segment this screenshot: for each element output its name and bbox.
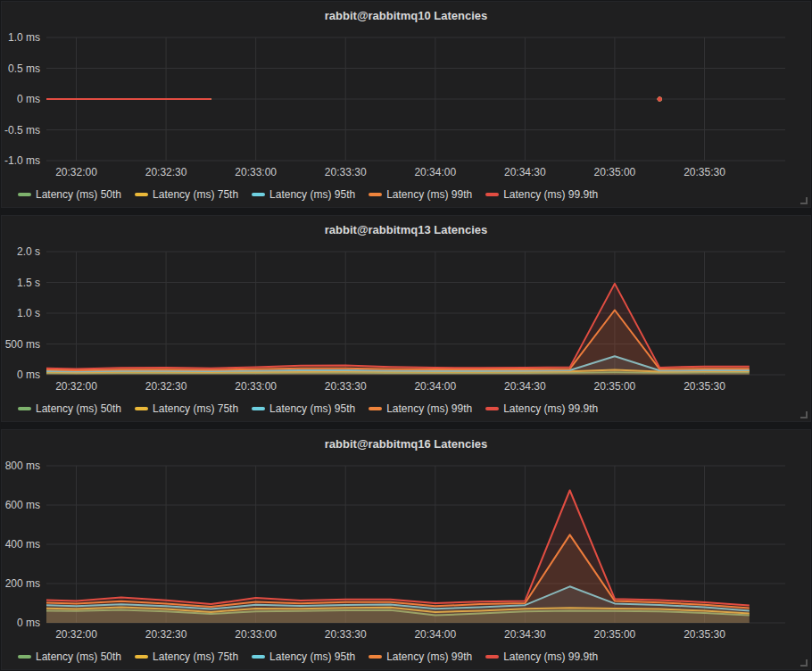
x-tick-label: 20:34:30 bbox=[504, 380, 546, 393]
legend-label: Latency (ms) 95th bbox=[269, 402, 355, 415]
legend-item[interactable]: Latency (ms) 99th bbox=[369, 188, 472, 201]
latency-chart-rabbitmq13[interactable]: 20:32:0020:32:3020:33:0020:33:3020:34:00… bbox=[2, 243, 810, 396]
x-tick-label: 20:33:30 bbox=[325, 380, 367, 393]
grafana-dashboard: rabbit@rabbitmq10 Latencies 20:32:0020:3… bbox=[0, 0, 812, 671]
x-tick-label: 20:32:30 bbox=[145, 166, 187, 178]
chart-legend: Latency (ms) 50thLatency (ms) 75thLatenc… bbox=[2, 396, 810, 421]
panel-resize-handle-icon[interactable] bbox=[800, 410, 808, 418]
latency-chart-rabbitmq16[interactable]: 20:32:0020:32:3020:33:0020:33:3020:34:00… bbox=[2, 457, 810, 644]
legend-item[interactable]: Latency (ms) 95th bbox=[252, 188, 355, 201]
x-tick-label: 20:33:00 bbox=[235, 166, 277, 178]
y-tick-label: 0 ms bbox=[17, 617, 40, 629]
y-tick-label: 400 ms bbox=[5, 538, 40, 551]
legend-color-marker bbox=[135, 655, 148, 659]
x-tick-label: 20:35:00 bbox=[594, 380, 636, 393]
panel-rabbitmq13-latencies: rabbit@rabbitmq13 Latencies 20:32:0020:3… bbox=[2, 216, 810, 421]
legend-item[interactable]: Latency (ms) 99th bbox=[369, 402, 472, 415]
legend-label: Latency (ms) 99th bbox=[386, 188, 472, 201]
legend-color-marker bbox=[369, 655, 382, 659]
x-tick-label: 20:34:00 bbox=[414, 166, 456, 178]
x-tick-label: 20:33:30 bbox=[325, 628, 367, 641]
legend-label: Latency (ms) 95th bbox=[269, 188, 355, 201]
y-tick-label: 600 ms bbox=[5, 499, 40, 511]
legend-label: Latency (ms) 95th bbox=[269, 650, 355, 663]
panel-title[interactable]: rabbit@rabbitmq16 Latencies bbox=[2, 430, 810, 457]
panel-rabbitmq10-latencies: rabbit@rabbitmq10 Latencies 20:32:0020:3… bbox=[2, 2, 810, 207]
legend-item[interactable]: Latency (ms) 99.9th bbox=[485, 650, 598, 663]
panel-resize-handle-icon[interactable] bbox=[800, 659, 808, 667]
legend-color-marker bbox=[18, 193, 31, 196]
x-tick-label: 20:35:30 bbox=[684, 166, 725, 178]
x-tick-label: 20:33:30 bbox=[325, 166, 367, 178]
legend-item[interactable]: Latency (ms) 75th bbox=[135, 188, 238, 201]
x-tick-label: 20:34:00 bbox=[414, 628, 456, 641]
y-tick-label: -0.5 ms bbox=[4, 124, 40, 137]
latency-chart-rabbitmq10[interactable]: 20:32:0020:32:3020:33:0020:33:3020:34:00… bbox=[2, 29, 810, 182]
legend-color-marker bbox=[18, 407, 31, 410]
legend-item[interactable]: Latency (ms) 75th bbox=[135, 402, 238, 415]
legend-item[interactable]: Latency (ms) 95th bbox=[252, 650, 355, 663]
y-tick-label: 2.0 s bbox=[17, 245, 40, 258]
legend-color-marker bbox=[485, 655, 499, 659]
legend-color-marker bbox=[369, 193, 382, 196]
legend-color-marker bbox=[485, 193, 499, 196]
y-tick-label: 1.0 s bbox=[17, 307, 40, 319]
data-point-marker bbox=[658, 97, 662, 102]
x-tick-label: 20:35:30 bbox=[684, 628, 725, 641]
legend-color-marker bbox=[135, 407, 148, 410]
y-tick-label: 0 ms bbox=[17, 93, 40, 105]
series-Latency (ms) 99.9th bbox=[46, 284, 750, 375]
x-tick-label: 20:34:00 bbox=[414, 380, 456, 393]
legend-label: Latency (ms) 75th bbox=[153, 650, 238, 663]
panel-resize-handle-icon[interactable] bbox=[800, 196, 808, 204]
legend-item[interactable]: Latency (ms) 99th bbox=[369, 650, 472, 663]
legend-item[interactable]: Latency (ms) 95th bbox=[252, 402, 355, 415]
y-tick-label: 500 ms bbox=[5, 338, 40, 351]
x-tick-label: 20:32:00 bbox=[55, 628, 97, 641]
x-tick-label: 20:32:30 bbox=[145, 380, 187, 393]
legend-color-marker bbox=[18, 655, 31, 659]
x-tick-label: 20:34:30 bbox=[504, 628, 546, 641]
y-tick-label: 0 ms bbox=[17, 369, 40, 381]
x-tick-label: 20:32:30 bbox=[145, 628, 187, 641]
legend-item[interactable]: Latency (ms) 50th bbox=[18, 402, 121, 415]
y-tick-label: 0.5 ms bbox=[8, 62, 40, 75]
x-tick-label: 20:35:30 bbox=[684, 380, 725, 393]
chart-area: 20:32:0020:32:3020:33:0020:33:3020:34:00… bbox=[2, 29, 810, 182]
legend-label: Latency (ms) 99.9th bbox=[503, 188, 598, 201]
y-tick-label: 1.0 ms bbox=[8, 31, 40, 44]
legend-color-marker bbox=[252, 193, 265, 196]
x-tick-label: 20:33:00 bbox=[235, 380, 277, 393]
legend-label: Latency (ms) 50th bbox=[36, 650, 121, 663]
chart-area: 20:32:0020:32:3020:33:0020:33:3020:34:00… bbox=[2, 243, 810, 396]
x-tick-label: 20:33:00 bbox=[235, 628, 277, 641]
y-tick-label: 800 ms bbox=[5, 460, 40, 472]
y-tick-label: 200 ms bbox=[5, 577, 40, 590]
chart-area: 20:32:0020:32:3020:33:0020:33:3020:34:00… bbox=[2, 457, 810, 644]
x-tick-label: 20:35:00 bbox=[594, 628, 636, 641]
legend-item[interactable]: Latency (ms) 75th bbox=[135, 650, 238, 663]
legend-label: Latency (ms) 50th bbox=[36, 188, 121, 201]
chart-legend: Latency (ms) 50thLatency (ms) 75thLatenc… bbox=[2, 644, 810, 669]
legend-color-marker bbox=[135, 193, 148, 196]
legend-color-marker bbox=[252, 655, 265, 659]
legend-label: Latency (ms) 50th bbox=[36, 402, 121, 415]
chart-legend: Latency (ms) 50thLatency (ms) 75thLatenc… bbox=[2, 182, 810, 207]
legend-item[interactable]: Latency (ms) 99.9th bbox=[485, 188, 598, 201]
x-tick-label: 20:32:00 bbox=[55, 380, 97, 393]
legend-color-marker bbox=[252, 407, 265, 410]
legend-color-marker bbox=[485, 407, 499, 410]
legend-label: Latency (ms) 99th bbox=[386, 402, 472, 415]
x-tick-label: 20:35:00 bbox=[594, 166, 636, 178]
panel-rabbitmq16-latencies: rabbit@rabbitmq16 Latencies 20:32:0020:3… bbox=[2, 430, 810, 669]
legend-label: Latency (ms) 99th bbox=[386, 650, 472, 663]
legend-item[interactable]: Latency (ms) 99.9th bbox=[485, 402, 598, 415]
legend-item[interactable]: Latency (ms) 50th bbox=[18, 650, 121, 663]
panel-title[interactable]: rabbit@rabbitmq10 Latencies bbox=[2, 2, 810, 29]
legend-item[interactable]: Latency (ms) 50th bbox=[18, 188, 121, 201]
y-tick-label: 1.5 s bbox=[17, 277, 40, 289]
legend-label: Latency (ms) 99.9th bbox=[503, 650, 598, 663]
panel-title[interactable]: rabbit@rabbitmq13 Latencies bbox=[2, 216, 810, 243]
y-tick-label: -1.0 ms bbox=[4, 154, 40, 167]
legend-label: Latency (ms) 75th bbox=[153, 188, 238, 201]
